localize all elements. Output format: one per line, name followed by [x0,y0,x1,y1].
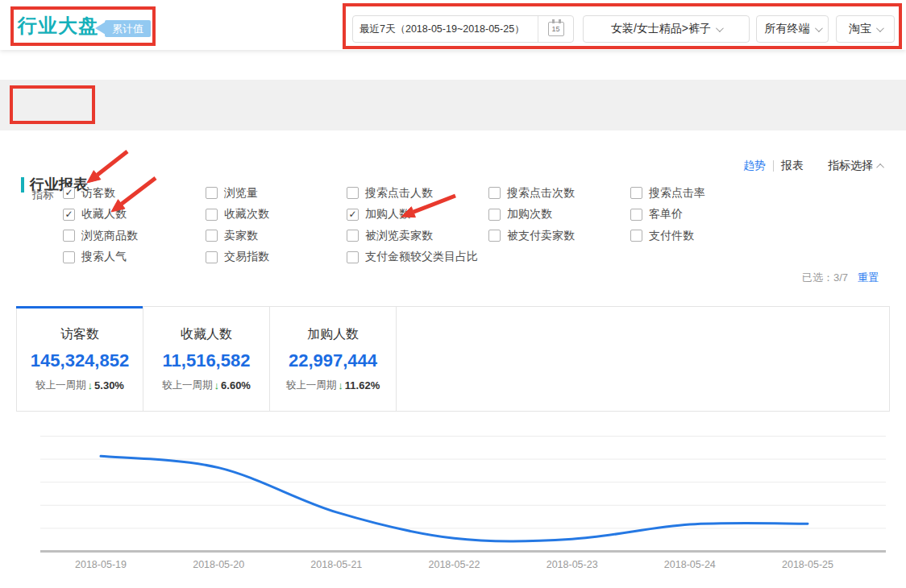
reset-button[interactable]: 重置 [858,271,879,285]
selection-summary-row: 已选：3/7 重置 [802,271,879,285]
metric-tab-favorites[interactable]: 收藏人数 11,516,582 较上一周期 ↓ 6.60% [143,307,270,411]
checkbox-checked-icon[interactable]: ✓ [63,209,75,221]
indicator-column: 搜索点击次数加购次数被支付卖家数 [488,185,630,271]
view-switch: 趋势 报表 指标选择 [743,159,884,173]
cumulative-badge: 累计值 [105,20,151,37]
checkbox-unchecked-icon[interactable] [206,230,218,242]
indicator-label: 支付金额较父类目占比 [365,250,478,264]
indicator-checkbox-item[interactable]: 搜索点击次数 [488,185,630,201]
checkbox-unchecked-icon[interactable] [63,230,75,242]
indicators-label: 指标 [32,188,54,202]
indicator-checkbox-item[interactable]: 支付金额较父类目占比 [347,250,488,265]
checkbox-unchecked-icon[interactable] [488,209,501,221]
metric-tab-add-to-cart[interactable]: 加购人数 22,997,444 较上一周期 ↓ 11.62% [270,307,397,411]
checkbox-unchecked-icon[interactable] [630,230,642,242]
terminal-dropdown[interactable]: 所有终端 [756,15,829,43]
checkbox-unchecked-icon[interactable] [488,230,501,242]
tab-trend[interactable]: 趋势 [743,159,766,173]
tab-report[interactable]: 报表 [781,159,804,173]
section-band: 行业报表 [0,80,906,130]
indicator-label: 搜索人气 [81,250,127,264]
metric-label: 收藏人数 [181,326,232,343]
section-accent-bar [21,177,24,193]
indicator-checkbox-item[interactable]: 客单价 [630,207,772,222]
indicator-column: ✓访客数✓收藏人数浏览商品数搜索人气 [63,185,206,271]
indicator-label: 浏览量 [224,186,258,201]
checkbox-unchecked-icon[interactable] [630,187,642,199]
indicator-checkbox-item[interactable]: 交易指数 [206,250,347,265]
indicator-column: 搜索点击率客单价支付件数 [630,185,772,271]
chevron-down-icon [716,24,724,32]
indicator-checkbox-item[interactable]: ✓访客数 [63,185,206,201]
x-axis-label: 2018-05-20 [193,559,244,570]
indicator-checkbox-item[interactable]: 收藏次数 [206,207,347,222]
indicator-label: 客单价 [649,207,683,222]
indicator-label: 支付件数 [649,229,694,243]
checkbox-unchecked-icon[interactable] [488,187,501,199]
indicator-checkbox-item[interactable]: 浏览量 [206,185,347,201]
x-axis-label: 2018-05-19 [75,559,127,570]
metric-value: 11,516,582 [163,350,251,371]
x-axis-label: 2018-05-25 [782,559,833,570]
indicator-label: 收藏人数 [81,207,127,222]
indicator-checkbox-item[interactable]: 卖家数 [206,228,347,243]
checkbox-unchecked-icon[interactable] [630,209,642,221]
metric-change: 较上一周期 ↓ 11.62% [286,379,380,392]
indicator-checkbox-item[interactable]: 被支付卖家数 [488,228,630,243]
indicator-select-label: 指标选择 [828,159,873,173]
down-arrow-icon: ↓ [88,379,94,391]
metric-change: 较上一周期 ↓ 5.30% [35,379,124,392]
indicator-label: 卖家数 [224,229,258,243]
x-axis-label: 2018-05-24 [664,559,716,570]
calendar-button[interactable]: 15 [538,16,573,42]
indicator-checkbox-item[interactable]: 搜索人气 [63,250,206,265]
indicator-checkbox-item[interactable]: ✓加购人数 [347,207,488,222]
down-arrow-icon: ↓ [338,379,343,391]
indicator-columns: ✓访客数✓收藏人数浏览商品数搜索人气浏览量收藏次数卖家数交易指数搜索点击人数✓加… [63,185,772,271]
x-axis-label: 2018-05-22 [429,559,480,570]
checkbox-unchecked-icon[interactable] [347,187,359,199]
date-range-picker[interactable]: 最近7天（2018-05-19~2018-05-25） 15 [352,15,574,43]
top-header: 行业大盘 累计值 最近7天（2018-05-19~2018-05-25） 15 … [0,0,906,50]
category-dropdown[interactable]: 女装/女士精品>裤子 [583,15,750,43]
checkbox-unchecked-icon[interactable] [347,251,359,263]
indicator-label: 浏览商品数 [81,229,138,243]
checkbox-unchecked-icon[interactable] [206,187,218,199]
indicator-checkbox-item[interactable]: 支付件数 [630,228,772,243]
indicator-label: 搜索点击人数 [365,186,433,201]
annotation-arrow [87,151,127,183]
chevron-up-icon [876,163,884,171]
metric-tab-bar: 访客数 145,324,852 较上一周期 ↓ 5.30% 收藏人数 11,51… [16,306,890,412]
checkbox-checked-icon[interactable]: ✓ [347,209,359,221]
metric-value: 22,997,444 [289,350,377,371]
metric-tab-visitors[interactable]: 访客数 145,324,852 较上一周期 ↓ 5.30% [17,307,143,411]
industry-dashboard-page: 行业大盘 累计值 最近7天（2018-05-19~2018-05-25） 15 … [0,0,906,588]
indicator-label: 搜索点击率 [649,186,705,201]
platform-dropdown[interactable]: 淘宝 [836,15,895,43]
checkbox-unchecked-icon[interactable] [206,209,218,221]
indicator-label: 收藏次数 [224,207,269,222]
category-value: 女装/女士精品>裤子 [611,22,711,36]
checkbox-unchecked-icon[interactable] [63,251,75,263]
metric-label: 访客数 [60,326,99,343]
indicator-checkbox-item[interactable]: 被浏览卖家数 [347,228,488,243]
indicator-column: 搜索点击人数✓加购人数被浏览卖家数支付金额较父类目占比 [347,185,488,271]
down-arrow-icon: ↓ [214,379,220,391]
indicator-label: 访客数 [81,186,115,201]
indicator-checkbox-item[interactable]: ✓收藏人数 [63,207,206,222]
indicator-checkbox-item[interactable]: 搜索点击率 [630,185,772,201]
page-title: 行业大盘 [18,13,98,39]
indicator-checkbox-item[interactable]: 加购次数 [488,207,630,222]
metric-value: 145,324,852 [31,350,129,371]
trend-chart: 2018-05-192018-05-202018-05-212018-05-22… [16,417,890,580]
indicator-checkbox-item[interactable]: 搜索点击人数 [347,185,488,201]
checkbox-checked-icon[interactable]: ✓ [63,187,75,199]
indicator-checkbox-item[interactable]: 浏览商品数 [63,228,206,243]
indicator-label: 被浏览卖家数 [365,229,433,243]
platform-value: 淘宝 [849,22,871,36]
indicator-select-toggle[interactable]: 指标选择 [828,159,884,173]
checkbox-unchecked-icon[interactable] [347,230,359,242]
indicator-label: 被支付卖家数 [507,229,575,243]
metric-change: 较上一周期 ↓ 6.60% [162,379,251,392]
checkbox-unchecked-icon[interactable] [206,251,218,263]
